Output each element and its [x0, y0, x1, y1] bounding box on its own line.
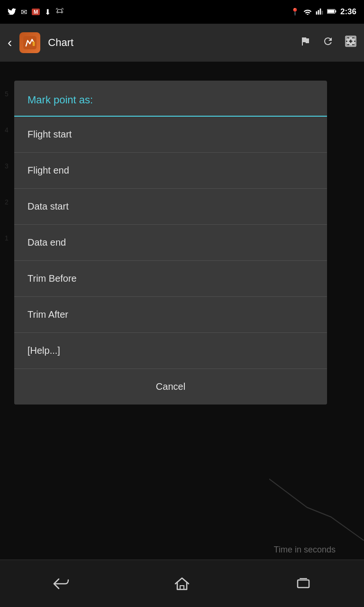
flag-button[interactable]: [300, 36, 311, 50]
dialog-overlay: Mark point as: Flight start Flight end D…: [0, 62, 364, 560]
cancel-button[interactable]: Cancel: [14, 369, 327, 405]
nav-home-button[interactable]: [163, 570, 201, 598]
battery-icon: [327, 8, 337, 16]
location-icon: 📍: [291, 8, 300, 16]
dialog-item-help[interactable]: [Help...]: [14, 333, 327, 369]
mail-icon: ✉: [21, 8, 27, 17]
status-bar-right-icons: 📍 2:36: [291, 7, 356, 17]
settings-button[interactable]: [345, 36, 356, 50]
download-icon: ⬇: [45, 8, 51, 17]
signal-icon: [316, 8, 323, 16]
app-bar: ‹ Chart: [0, 24, 364, 62]
app-bar-actions: [300, 36, 356, 50]
wifi-icon: [303, 8, 312, 16]
back-button[interactable]: ‹: [8, 35, 12, 50]
chart-x-label: Time in seconds: [274, 545, 336, 555]
dialog-item-data-start[interactable]: Data start: [14, 189, 327, 225]
gmail-icon: M: [32, 9, 40, 15]
svg-rect-5: [33, 42, 35, 46]
dialog-item-trim-before[interactable]: Trim Before: [14, 261, 327, 297]
svg-rect-3: [335, 10, 336, 12]
nav-back-button[interactable]: [42, 570, 80, 598]
dialog-title: Mark point as:: [14, 81, 327, 117]
status-bar: ✉ M ⬇ 📍 2:36: [0, 0, 364, 24]
svg-rect-8: [298, 580, 309, 588]
refresh-button[interactable]: [322, 36, 334, 50]
app-title: Chart: [48, 37, 292, 49]
nav-recents-button[interactable]: [284, 570, 322, 598]
svg-rect-2: [328, 9, 334, 12]
dialog-item-flight-end[interactable]: Flight end: [14, 153, 327, 189]
status-bar-left-icons: ✉ M ⬇: [8, 7, 64, 17]
dialog-item-data-end[interactable]: Data end: [14, 225, 327, 261]
svg-rect-9: [300, 578, 307, 579]
dialog-item-trim-after[interactable]: Trim After: [14, 297, 327, 333]
dialog-item-flight-start[interactable]: Flight start: [14, 117, 327, 153]
nav-bar: [0, 560, 364, 607]
svg-rect-0: [58, 9, 62, 12]
dialog: Mark point as: Flight start Flight end D…: [14, 81, 327, 405]
gallery-icon: [55, 7, 64, 17]
status-time: 2:36: [340, 7, 356, 17]
twitter-icon: [8, 8, 16, 17]
app-icon: [19, 32, 40, 53]
